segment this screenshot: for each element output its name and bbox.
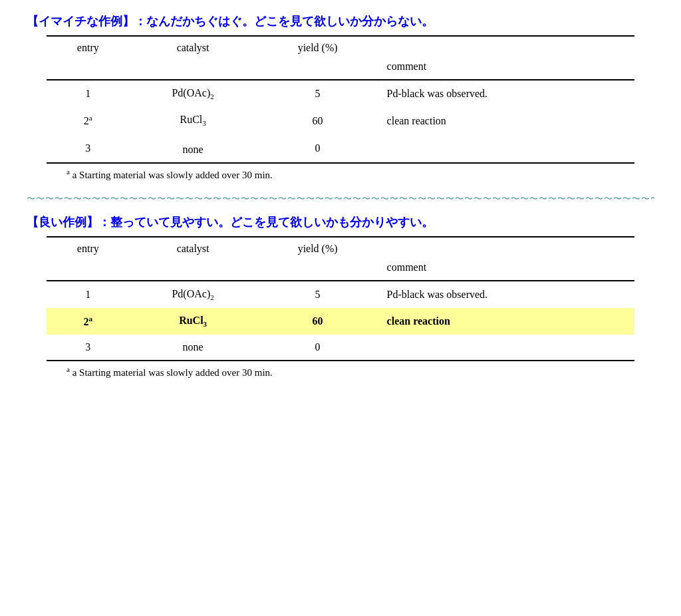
- section2-row-1: 1 Pd(OAc)2 5 Pd-black was observed.: [47, 281, 634, 308]
- section1-header-row: entry catalyst yield (%): [47, 36, 634, 61]
- section1-table-wrapper: entry catalyst yield (%) comment 1 Pd(OA…: [47, 35, 634, 181]
- section1-row-2: 2a RuCl3 60 clean reaction: [47, 107, 634, 134]
- section2-th-entry: entry: [47, 237, 130, 261]
- section1-comment-1: Pd-black was observed.: [379, 80, 634, 107]
- section2-row-3: 3 none 0: [47, 335, 634, 361]
- section1-header-underline: comment: [47, 61, 634, 80]
- section1-row-3: 3 none 0: [47, 134, 634, 163]
- section2-comment-1: Pd-black was observed.: [379, 281, 634, 308]
- section1-th-yield: yield (%): [257, 36, 379, 61]
- section2-catalyst-2: RuCl3: [130, 308, 257, 335]
- section2: 【良い作例】：整っていて見やすい。どこを見て欲しいかも分かりやすい。 entry…: [27, 214, 654, 379]
- section2-footnote: a a Starting material was slowly added o…: [67, 365, 614, 379]
- section2-comment-3: [379, 335, 634, 361]
- section1-bottom-border-row: [47, 163, 634, 164]
- section1-footnote: a a Starting material was slowly added o…: [67, 168, 614, 181]
- section1-label: 【イマイチな作例】：なんだかちぐはぐ。どこを見て欲しいか分からない。: [27, 13, 654, 30]
- section2-entry-3: 3: [47, 335, 130, 361]
- section2-th-yield: yield (%): [257, 237, 379, 261]
- section1-entry-3: 3: [47, 134, 130, 163]
- section1-yield-2: 60: [257, 107, 379, 134]
- section2-bottom-border-row: [47, 361, 634, 361]
- section1-catalyst-1: Pd(OAc)2: [130, 80, 257, 107]
- section2-label: 【良い作例】：整っていて見やすい。どこを見て欲しいかも分かりやすい。: [27, 214, 654, 231]
- section2-header-row: entry catalyst yield (%): [47, 237, 634, 261]
- section2-row-2-highlighted: 2a RuCl3 60 clean reaction: [47, 308, 634, 335]
- section1-comment-3: [379, 134, 634, 163]
- section2-comment-2: clean reaction: [379, 308, 634, 335]
- section2-th-comment: [379, 237, 634, 261]
- section2-yield-2: 60: [257, 308, 379, 335]
- wavy-divider: 〜〜〜〜〜〜〜〜〜〜〜〜〜〜〜〜〜〜〜〜〜〜〜〜〜〜〜〜〜〜〜〜〜〜〜〜〜〜〜〜…: [27, 193, 654, 205]
- section2-footnote-text: a Starting material was slowly added ove…: [72, 367, 273, 378]
- section2-catalyst-3: none: [130, 335, 257, 361]
- section2-catalyst-1: Pd(OAc)2: [130, 281, 257, 308]
- section2-th-comment2: comment: [379, 261, 634, 281]
- section1: 【イマイチな作例】：なんだかちぐはぐ。どこを見て欲しいか分からない。 entry…: [27, 13, 654, 181]
- section1-entry-2: 2a: [47, 107, 130, 134]
- section1-yield-3: 0: [257, 134, 379, 163]
- section1-table: entry catalyst yield (%) comment 1 Pd(OA…: [47, 35, 634, 164]
- section1-th-entry: entry: [47, 36, 130, 61]
- section1-catalyst-2: RuCl3: [130, 107, 257, 134]
- section1-th-comment2: comment: [379, 61, 634, 80]
- section1-entry-1: 1: [47, 80, 130, 107]
- section2-yield-1: 5: [257, 281, 379, 308]
- section1-yield-1: 5: [257, 80, 379, 107]
- section2-header-underline: comment: [47, 261, 634, 281]
- section1-th-comment: [379, 36, 634, 61]
- section1-catalyst-3: none: [130, 134, 257, 163]
- section1-row-1: 1 Pd(OAc)2 5 Pd-black was observed.: [47, 80, 634, 107]
- section2-table-wrapper: entry catalyst yield (%) comment 1 Pd(OA…: [47, 236, 634, 379]
- section1-th-catalyst: catalyst: [130, 36, 257, 61]
- section2-entry-2: 2a: [47, 308, 130, 335]
- section2-yield-3: 0: [257, 335, 379, 361]
- section2-table: entry catalyst yield (%) comment 1 Pd(OA…: [47, 236, 634, 362]
- section1-comment-2: clean reaction: [379, 107, 634, 134]
- section1-footnote-text: a Starting material was slowly added ove…: [72, 170, 273, 180]
- section2-entry-1: 1: [47, 281, 130, 308]
- section2-th-catalyst: catalyst: [130, 237, 257, 261]
